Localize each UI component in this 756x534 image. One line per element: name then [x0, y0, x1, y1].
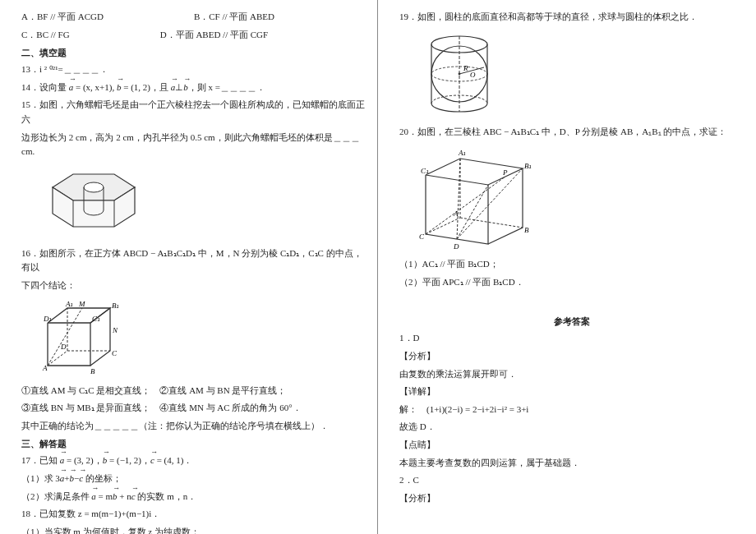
svg-text:C: C	[112, 349, 118, 357]
svg-point-4	[84, 182, 104, 192]
q16-l1: 16．如图所示，在正方体 ABCD − A₁B₁C₁D₁ 中，M，N 分别为棱 …	[21, 246, 366, 275]
sphere-cylinder-figure: R O	[414, 30, 744, 120]
a1-fx-txt: 由复数的乘法运算展开即可．	[399, 367, 744, 382]
q20-2: （2）平面 APC₁ // 平面 B₁CD．	[399, 275, 744, 290]
svg-text:P: P	[502, 168, 508, 177]
prism-figure: C₁ A₁ B₁ P C A B D	[414, 144, 744, 252]
q12-opt-a: A．BF // 平面 ACGD	[21, 10, 104, 25]
q14-t3: = (1, 2)，且	[121, 82, 170, 92]
svg-line-32	[457, 185, 488, 239]
q18-1: （1）当实数 m 为何值时，复数 z 为纯虚数；	[21, 525, 366, 534]
svg-line-31	[426, 177, 505, 234]
q17-1: （1）求 3a+b−c 的坐标；	[21, 472, 366, 486]
svg-text:A: A	[453, 209, 459, 218]
a2-fx: 【分析】	[399, 491, 744, 506]
svg-text:D₁: D₁	[43, 315, 53, 323]
svg-text:A: A	[42, 364, 48, 372]
spacer	[399, 292, 744, 309]
a1-xj: 【详解】	[399, 384, 744, 399]
right-column: 19．如图，圆柱的底面直径和高都等于球的直径，求球与圆柱的体积之比． R O 2…	[378, 0, 756, 534]
svg-text:B: B	[90, 367, 95, 375]
svg-text:N: N	[112, 326, 118, 334]
svg-text:A₁: A₁	[65, 300, 74, 308]
q17-t1: 17．已知	[21, 455, 60, 465]
q14-t1: 14．设向量	[21, 82, 69, 92]
q16-l2: 下四个结论：	[21, 279, 366, 293]
q16-c2: ③直线 BN 与 MB₁ 是异面直线； ④直线 MN 与 AC 所成的角为 60…	[21, 401, 366, 416]
svg-line-34	[457, 168, 523, 239]
svg-text:B₁: B₁	[524, 162, 532, 170]
q12-opt-d: D．平面 ABED // 平面 CGF	[160, 28, 268, 43]
q14-t2: = (x, x+1),	[73, 82, 117, 92]
a1-num: 1．D	[399, 331, 744, 346]
q17-2d: 的实数 m，n．	[136, 491, 197, 501]
svg-point-25	[459, 72, 461, 75]
a1-dj: 【点睛】	[399, 438, 744, 453]
q20: 20．如图，在三棱柱 ABC − A₁B₁C₁ 中，D、P 分别是棱 AB，A₁…	[399, 125, 744, 140]
q12-row1: A．BF // 平面 ACGD B．CF // 平面 ABED	[21, 10, 366, 25]
left-column: A．BF // 平面 ACGD B．CF // 平面 ABED C．BC // …	[0, 0, 378, 534]
svg-text:B₁: B₁	[112, 302, 120, 310]
svg-line-29	[426, 218, 460, 234]
q16-c3: 其中正确的结论为＿＿＿＿＿（注：把你认为正确的结论序号填在横线上）．	[21, 419, 366, 434]
svg-line-30	[460, 218, 523, 228]
svg-text:C₁: C₁	[92, 315, 100, 323]
svg-line-7	[48, 308, 82, 366]
a1-xj-txt: 解： (1+i)(2−i) = 2−i+2i−i² = 3+i	[399, 403, 744, 417]
a1-gu: 故选 D．	[399, 420, 744, 435]
section-fill: 二、填空题	[21, 47, 366, 59]
q17-t3: = (−1, 2)，	[107, 455, 150, 465]
svg-text:A₁: A₁	[458, 149, 467, 157]
svg-text:D: D	[60, 343, 67, 351]
svg-text:M: M	[78, 300, 85, 308]
svg-text:C₁: C₁	[421, 167, 429, 175]
q14: 14．设向量 a = (x, x+1), b = (1, 2)，且 a⊥b，则 …	[21, 81, 366, 95]
q14-t5: ，则 x =＿＿＿＿．	[188, 82, 265, 92]
a1-dj-txt: 本题主要考查复数的四则运算，属于基础题．	[399, 456, 744, 471]
q19: 19．如图，圆柱的底面直径和高都等于球的直径，求球与圆柱的体积之比．	[399, 10, 744, 25]
q15-l1: 15．如图，六角螺帽毛坯是由一个正六棱柱挖去一个圆柱所构成的，已知螺帽的底面正六	[21, 98, 366, 127]
a2-num: 2．C	[399, 473, 744, 488]
svg-text:R: R	[463, 64, 468, 72]
q18: 18．已知复数 z = m(m−1)+(m−1)i．	[21, 507, 366, 522]
q16-c1: ①直线 AM 与 C₁C 是相交直线； ②直线 AM 与 BN 是平行直线；	[21, 384, 366, 398]
svg-line-33	[457, 159, 460, 239]
cube-figure: D₁ A₁ B₁ C₁ M N A B C D	[36, 298, 366, 379]
q17-t4: = (4, 1)．	[154, 455, 193, 465]
q12-opt-b: B．CF // 平面 ABED	[194, 10, 274, 25]
answers-title: 参考答案	[399, 315, 744, 328]
q20-1: （1）AC₁ // 平面 B₁CD；	[399, 257, 744, 272]
svg-text:C: C	[419, 232, 425, 241]
hex-nut-figure	[36, 164, 366, 242]
section-solve: 三、解答题	[21, 438, 366, 450]
a1-fx: 【分析】	[399, 349, 744, 364]
q15-l2: 边形边长为 2 cm，高为 2 cm，内孔半径为 0.5 cm，则此六角螺帽毛坯…	[21, 131, 366, 159]
svg-text:O: O	[470, 71, 476, 79]
svg-text:D: D	[453, 242, 459, 251]
q17-2a: （2）求满足条件	[21, 491, 91, 501]
q17-2: （2）求满足条件 a = mb + nc 的实数 m，n．	[21, 490, 366, 504]
q12-row2: C．BC // FG D．平面 ABED // 平面 CGF	[21, 28, 366, 43]
q12-opt-c: C．BC // FG	[21, 28, 70, 43]
q17-1a: （1）求 3	[21, 473, 60, 483]
svg-text:B: B	[524, 226, 529, 234]
